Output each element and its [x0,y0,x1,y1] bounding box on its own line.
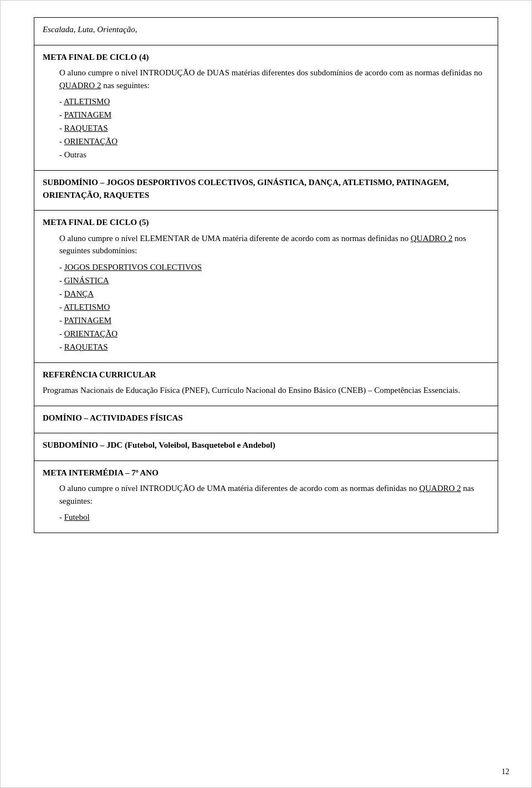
quadro2-link-3[interactable]: QUADRO 2 [419,484,461,493]
referencia-curricular-heading: REFERÊNCIA CURRICULAR [43,369,489,381]
meta-final-ciclo-4-section: META FINAL DE CICLO (4) O aluno cumpre o… [34,45,498,171]
meta-final-ciclo-4-desc: O aluno cumpre o nível INTRODUÇÃO de DUA… [43,66,489,91]
meta-final-ciclo-5-desc: O aluno cumpre o nível ELEMENTAR de UMA … [43,232,489,257]
list-ciclo4: ATLETISMO PATINAGEM RAQUETAS ORIENTAÇÃO … [43,95,489,161]
subdominio-jdc-heading: SUBDOMÍNIO – JDC (Futebol, Voleibol, Bas… [43,439,489,452]
escalada-section: Escalada, Luta, Orientação, [34,17,498,45]
subdomain-jogos-heading: SUBDOMÍNIO – JOGOS DESPORTIVOS COLECTIVO… [43,176,489,201]
meta-final-ciclo-4-heading: META FINAL DE CICLO (4) [43,51,489,64]
page-number: 12 [502,767,509,776]
list-item-ginastica: GINÁSTICA [59,274,489,287]
quadro2-link-1[interactable]: QUADRO 2 [59,81,101,90]
referencia-curricular-desc: Programas Nacionais de Educação Física (… [43,384,489,397]
meta-final-ciclo-5-section: META FINAL DE CICLO (5) O aluno cumpre o… [34,211,498,363]
list-item-raquetas: RAQUETAS [59,121,489,135]
list-item-orientacao-2: ORIENTAÇÃO [59,327,489,340]
subdomain-section: SUBDOMÍNIO – JOGOS DESPORTIVOS COLECTIVO… [34,171,498,211]
meta-final-ciclo-5-heading: META FINAL DE CICLO (5) [43,216,489,229]
list-item-jogos-colectivos: JOGOS DESPORTIVOS COLECTIVOS [59,260,489,274]
list-item-patinagem: PATINAGEM [59,108,489,121]
list-item-atletismo: ATLETISMO [59,95,489,108]
meta-intermedia-section: META INTERMÉDIA – 7º ANO O aluno cumpre … [34,461,498,534]
list-item-patinagem-2: PATINAGEM [59,314,489,327]
list-7ano: Futebol [43,510,489,524]
meta-intermedia-desc: O aluno cumpre o nível INTRODUÇÃO de UMA… [43,482,489,507]
dominio-actividades-section: DOMÍNIO – ACTIVIDADES FÍSICAS [34,406,498,434]
list-item-orientacao: ORIENTAÇÃO [59,135,489,148]
referencia-curricular-section: REFERÊNCIA CURRICULAR Programas Nacionai… [34,363,498,406]
list-item-raquetas-2: RAQUETAS [59,340,489,354]
dominio-actividades-heading: DOMÍNIO – ACTIVIDADES FÍSICAS [43,412,489,424]
list-item-atletismo-2: ATLETISMO [59,300,489,314]
meta-intermedia-heading: META INTERMÉDIA – 7º ANO [43,467,489,479]
page: Escalada, Luta, Orientação, META FINAL D… [0,0,532,788]
quadro2-link-2[interactable]: QUADRO 2 [411,234,452,243]
subdominio-jdc-section: SUBDOMÍNIO – JDC (Futebol, Voleibol, Bas… [34,433,498,461]
escalada-header-text: Escalada, Luta, Orientação, [43,23,489,36]
list-item-futebol: Futebol [59,510,489,524]
list-ciclo5: JOGOS DESPORTIVOS COLECTIVOS GINÁSTICA D… [43,260,489,354]
list-item-danca: DANÇA [59,287,489,300]
list-item-outras: Outras [59,148,489,161]
